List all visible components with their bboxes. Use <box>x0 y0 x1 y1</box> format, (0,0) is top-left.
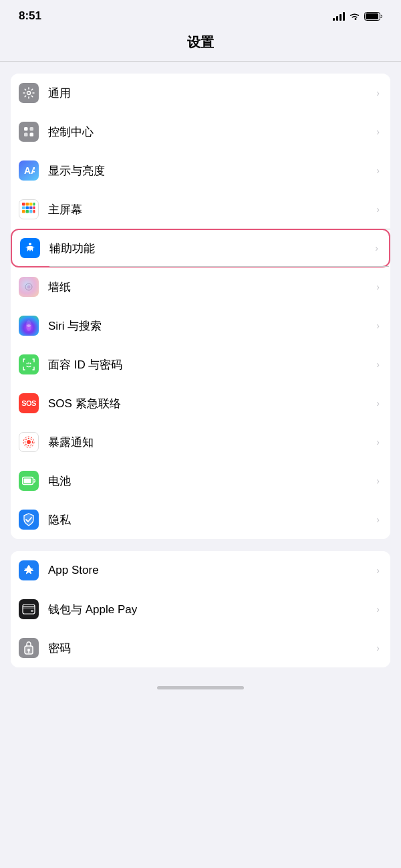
row-battery[interactable]: 电池 › <box>11 461 390 500</box>
svg-point-22 <box>27 286 31 289</box>
settings-group-1: 通用 › 控制中心 › AA 显示与亮度 › <box>11 74 390 539</box>
page-title: 设置 <box>187 35 214 49</box>
icon-appstore <box>19 560 39 580</box>
svg-rect-4 <box>30 127 34 131</box>
svg-rect-37 <box>31 610 33 612</box>
svg-rect-10 <box>29 203 33 206</box>
svg-rect-18 <box>29 210 33 213</box>
label-display: 显示与亮度 <box>48 163 372 179</box>
label-control-center: 控制中心 <box>48 124 372 140</box>
row-passwords[interactable]: 密码 › <box>11 629 390 667</box>
svg-rect-1 <box>366 13 378 19</box>
top-divider <box>0 61 401 62</box>
label-exposure: 暴露通知 <box>48 435 372 450</box>
status-bar: 8:51 <box>0 0 401 28</box>
chevron-display: › <box>376 165 380 176</box>
row-wallet[interactable]: 钱包与 Apple Pay › <box>11 590 390 629</box>
svg-rect-5 <box>24 133 28 137</box>
icon-home-screen <box>19 199 39 219</box>
icon-exposure <box>19 432 39 452</box>
svg-point-27 <box>27 440 31 444</box>
home-indicator <box>0 679 401 693</box>
icon-general <box>19 83 39 103</box>
icon-accessibility <box>20 238 40 258</box>
chevron-exposure: › <box>376 437 380 447</box>
row-wallpaper[interactable]: 墙纸 › <box>11 267 390 306</box>
chevron-faceid: › <box>376 359 380 370</box>
chevron-siri: › <box>376 320 380 331</box>
svg-point-25 <box>30 363 31 364</box>
svg-rect-9 <box>26 203 29 206</box>
home-indicator-bar <box>157 686 244 689</box>
label-home-screen: 主屏幕 <box>48 202 372 217</box>
label-appstore: App Store <box>48 564 372 577</box>
svg-point-24 <box>27 363 28 364</box>
icon-display: AA <box>19 160 39 181</box>
chevron-privacy: › <box>376 514 380 525</box>
row-control-center[interactable]: 控制中心 › <box>11 112 390 151</box>
svg-rect-13 <box>26 207 29 210</box>
signal-icon <box>333 12 345 21</box>
label-faceid: 面容 ID 与密码 <box>48 357 372 372</box>
svg-rect-16 <box>22 210 25 213</box>
row-exposure[interactable]: 暴露通知 › <box>11 423 390 461</box>
icon-battery <box>19 471 39 491</box>
svg-rect-11 <box>33 203 35 206</box>
label-wallet: 钱包与 Apple Pay <box>48 602 372 617</box>
icon-passwords <box>19 638 39 658</box>
chevron-appstore: › <box>376 565 380 576</box>
chevron-passwords: › <box>376 643 380 653</box>
chevron-control-center: › <box>376 126 380 137</box>
svg-point-2 <box>27 92 31 95</box>
chevron-accessibility: › <box>375 243 378 253</box>
icon-wallpaper <box>19 277 39 297</box>
row-home-screen[interactable]: 主屏幕 › <box>11 190 390 229</box>
icon-control-center <box>19 122 39 142</box>
svg-rect-19 <box>33 210 35 213</box>
chevron-general: › <box>376 88 380 98</box>
row-privacy[interactable]: 隐私 › <box>11 500 390 539</box>
icon-sos: SOS <box>19 393 39 413</box>
wifi-icon <box>349 12 360 21</box>
label-general: 通用 <box>48 86 372 101</box>
svg-text:AA: AA <box>24 165 35 176</box>
svg-rect-6 <box>30 133 34 137</box>
icon-siri <box>19 316 39 336</box>
settings-group-2: App Store › 钱包与 Apple Pay › 密码 <box>11 551 390 667</box>
icon-privacy <box>19 510 39 530</box>
sos-text: SOS <box>21 399 36 407</box>
chevron-home-screen: › <box>376 204 380 215</box>
label-siri: Siri 与搜索 <box>48 318 372 334</box>
svg-rect-33 <box>23 605 35 614</box>
battery-icon <box>364 12 382 21</box>
svg-point-20 <box>29 243 31 245</box>
status-icons <box>333 12 382 21</box>
row-sos[interactable]: SOS SOS 紧急联络 › <box>11 384 390 423</box>
label-battery: 电池 <box>48 473 372 489</box>
row-faceid[interactable]: 面容 ID 与密码 › <box>11 345 390 384</box>
label-sos: SOS 紧急联络 <box>48 396 372 411</box>
row-siri[interactable]: Siri 与搜索 › <box>11 306 390 345</box>
chevron-wallpaper: › <box>376 282 380 292</box>
svg-rect-3 <box>24 127 28 131</box>
svg-rect-17 <box>26 210 29 213</box>
chevron-battery: › <box>376 475 380 486</box>
row-appstore[interactable]: App Store › <box>11 551 390 590</box>
svg-rect-12 <box>22 207 25 210</box>
icon-wallet <box>19 599 39 619</box>
svg-rect-14 <box>29 207 33 210</box>
svg-rect-31 <box>24 479 31 483</box>
chevron-wallet: › <box>376 604 380 615</box>
svg-rect-15 <box>33 207 35 210</box>
label-accessibility: 辅助功能 <box>49 241 371 256</box>
row-general[interactable]: 通用 › <box>11 74 390 112</box>
label-privacy: 隐私 <box>48 512 372 528</box>
status-time: 8:51 <box>19 9 41 23</box>
row-display[interactable]: AA 显示与亮度 › <box>11 151 390 190</box>
label-passwords: 密码 <box>48 641 372 656</box>
page-title-bar: 设置 <box>0 28 401 61</box>
label-wallpaper: 墙纸 <box>48 280 372 295</box>
chevron-sos: › <box>376 398 380 409</box>
row-accessibility[interactable]: 辅助功能 › <box>11 229 390 267</box>
icon-faceid <box>19 354 39 374</box>
